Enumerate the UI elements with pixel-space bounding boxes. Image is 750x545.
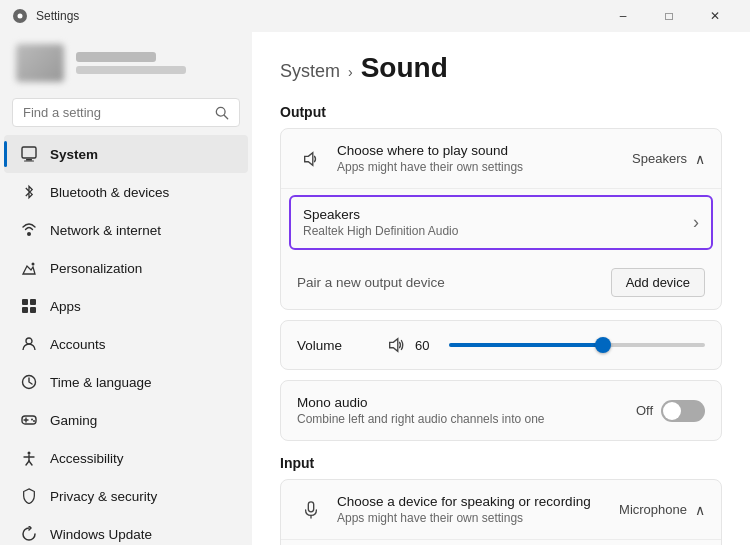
choose-output-right: Speakers	[632, 150, 705, 168]
choose-output-content: Choose where to play sound Apps might ha…	[337, 143, 632, 174]
input-card: Choose a device for speaking or recordin…	[280, 479, 722, 545]
title-bar: Settings – □ ✕	[0, 0, 750, 32]
choose-output-subtitle: Apps might have their own settings	[337, 160, 632, 174]
sidebar-item-system[interactable]: System	[4, 135, 248, 173]
mono-audio-title: Mono audio	[297, 395, 636, 410]
choose-output-row[interactable]: Choose where to play sound Apps might ha…	[281, 129, 721, 189]
svg-rect-23	[308, 501, 313, 511]
mono-audio-content: Mono audio Combine left and right audio …	[297, 395, 636, 426]
breadcrumb-row: System › Sound	[280, 52, 722, 84]
sidebar-item-privacy[interactable]: Privacy & security	[4, 477, 248, 515]
microphone-row[interactable]: Microphone Realtek High Definition Audio	[281, 540, 721, 545]
search-input[interactable]	[23, 105, 207, 120]
bluetooth-icon	[20, 183, 38, 201]
speakers-title: Speakers	[303, 207, 458, 222]
sidebar-item-label: Privacy & security	[50, 489, 157, 504]
speaker-icon	[297, 150, 325, 168]
sidebar-item-label: Personalization	[50, 261, 142, 276]
gaming-icon	[20, 411, 38, 429]
svg-rect-10	[30, 307, 36, 313]
sidebar-item-label: System	[50, 147, 98, 162]
add-device-button[interactable]: Add device	[611, 268, 705, 297]
choose-input-subtitle: Apps might have their own settings	[337, 511, 619, 525]
user-section	[0, 32, 252, 94]
user-info	[76, 52, 186, 74]
sidebar-item-label: Windows Update	[50, 527, 152, 542]
chevron-up-icon	[695, 150, 705, 168]
input-section-title: Input	[280, 455, 722, 471]
svg-point-18	[28, 452, 31, 455]
choose-input-content: Choose a device for speaking or recordin…	[337, 494, 619, 525]
svg-line-22	[29, 461, 32, 465]
volume-fill	[449, 343, 603, 347]
avatar	[16, 44, 64, 82]
output-section-title: Output	[280, 104, 722, 120]
choose-input-row[interactable]: Choose a device for speaking or recordin…	[281, 480, 721, 540]
volume-slider[interactable]	[449, 335, 705, 355]
svg-point-17	[33, 420, 35, 422]
mono-audio-toggle[interactable]	[661, 400, 705, 422]
sidebar-item-label: Apps	[50, 299, 81, 314]
sidebar-item-label: Accessibility	[50, 451, 124, 466]
chevron-right-icon	[693, 212, 699, 233]
svg-rect-9	[22, 307, 28, 313]
settings-app-icon	[12, 8, 28, 24]
svg-point-11	[26, 338, 32, 344]
accessibility-icon	[20, 449, 38, 467]
svg-point-16	[31, 419, 33, 421]
content-area: System › Sound Output Choose where to pl…	[252, 32, 750, 545]
sidebar-item-label: Time & language	[50, 375, 152, 390]
sidebar: System Bluetooth & devices Network & int…	[0, 32, 252, 545]
choose-output-title: Choose where to play sound	[337, 143, 632, 158]
update-icon	[20, 525, 38, 543]
choose-input-title: Choose a device for speaking or recordin…	[337, 494, 619, 509]
svg-rect-7	[22, 299, 28, 305]
svg-point-6	[32, 263, 35, 266]
sidebar-item-label: Gaming	[50, 413, 97, 428]
mono-audio-row: Mono audio Combine left and right audio …	[281, 381, 721, 440]
volume-row: Volume 60	[281, 321, 721, 369]
volume-label: Volume	[297, 338, 377, 353]
speakers-subtitle: Realtek High Definition Audio	[303, 224, 458, 238]
pair-output-row: Pair a new output device Add device	[281, 256, 721, 309]
svg-line-2	[224, 115, 228, 119]
volume-track	[449, 343, 705, 347]
search-box[interactable]	[12, 98, 240, 127]
sidebar-item-windowsupdate[interactable]: Windows Update	[4, 515, 248, 545]
sidebar-item-label: Network & internet	[50, 223, 161, 238]
minimize-button[interactable]: –	[600, 0, 646, 32]
svg-rect-4	[26, 159, 32, 161]
mono-audio-right: Off	[636, 400, 705, 422]
sidebar-item-accounts[interactable]: Accounts	[4, 325, 248, 363]
title-bar-left: Settings	[12, 8, 79, 24]
user-email-blurred	[76, 66, 186, 74]
user-name-blurred	[76, 52, 156, 62]
breadcrumb-system: System	[280, 61, 340, 82]
system-icon	[20, 145, 38, 163]
sidebar-item-gaming[interactable]: Gaming	[4, 401, 248, 439]
close-button[interactable]: ✕	[692, 0, 738, 32]
sidebar-item-time[interactable]: Time & language	[4, 363, 248, 401]
speakers-row[interactable]: Speakers Realtek High Definition Audio	[289, 195, 713, 250]
choose-input-right-label: Microphone	[619, 502, 687, 517]
network-icon	[20, 221, 38, 239]
title-bar-controls: – □ ✕	[600, 0, 738, 32]
sidebar-item-personalization[interactable]: Personalization	[4, 249, 248, 287]
sidebar-item-label: Bluetooth & devices	[50, 185, 169, 200]
sidebar-item-bluetooth[interactable]: Bluetooth & devices	[4, 173, 248, 211]
app-body: System Bluetooth & devices Network & int…	[0, 32, 750, 545]
svg-rect-3	[22, 147, 36, 158]
svg-line-21	[26, 461, 29, 465]
choose-output-right-label: Speakers	[632, 151, 687, 166]
page-title: Sound	[361, 52, 448, 84]
sidebar-item-network[interactable]: Network & internet	[4, 211, 248, 249]
output-card: Choose where to play sound Apps might ha…	[280, 128, 722, 310]
volume-thumb[interactable]	[595, 337, 611, 353]
maximize-button[interactable]: □	[646, 0, 692, 32]
choose-input-right: Microphone	[619, 501, 705, 519]
svg-rect-8	[30, 299, 36, 305]
chevron-up-input-icon	[695, 501, 705, 519]
sidebar-item-apps[interactable]: Apps	[4, 287, 248, 325]
sidebar-item-accessibility[interactable]: Accessibility	[4, 439, 248, 477]
accounts-icon	[20, 335, 38, 353]
